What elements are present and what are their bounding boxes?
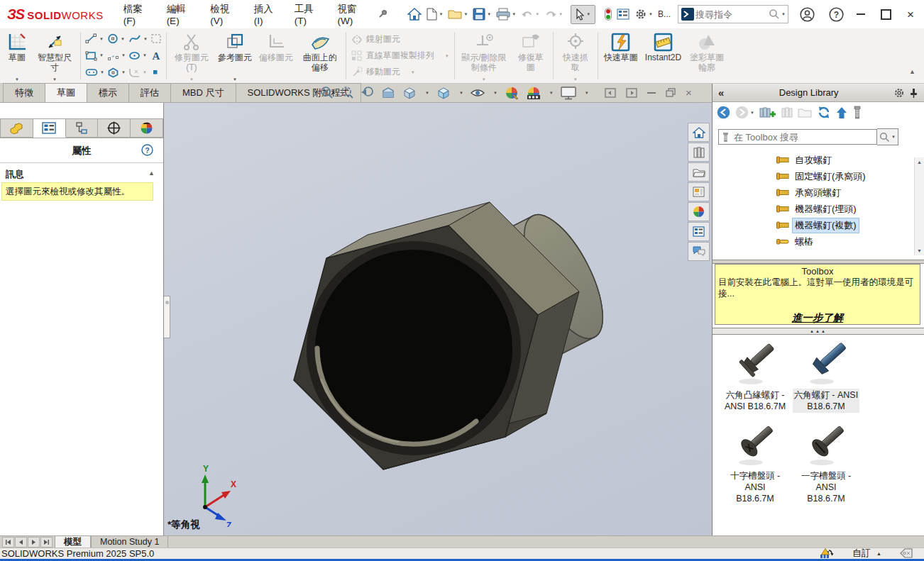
search-options-caret[interactable]: ▼ xyxy=(781,12,786,16)
scroll-up-icon[interactable]: ▲ xyxy=(915,157,924,167)
toolbox-search-input[interactable] xyxy=(732,131,876,143)
previous-view-icon[interactable] xyxy=(361,86,375,100)
more-commands-label[interactable]: B... xyxy=(656,7,672,21)
help-icon[interactable]: ? xyxy=(829,7,844,22)
toolbox-search-button[interactable]: ▼ xyxy=(877,128,898,145)
tree-item-socket-head[interactable]: 承窩頭螺釘 xyxy=(713,184,924,201)
move-entities-button[interactable]: 移動圖元 ▼ xyxy=(351,64,449,80)
tree-item-set-screws[interactable]: 固定螺釘(承窩頭) xyxy=(713,168,924,184)
zoom-fit-icon[interactable] xyxy=(319,86,334,100)
rapid-sketch-button[interactable]: 快速草圖 xyxy=(600,28,642,83)
view-settings-icon[interactable] xyxy=(560,86,577,100)
sketch-button[interactable]: 草圖 ▼ xyxy=(3,28,31,83)
options-list-icon[interactable] xyxy=(615,6,631,22)
first-tab-icon[interactable] xyxy=(2,537,14,548)
close-button[interactable]: × xyxy=(907,9,914,21)
task-home-button[interactable] xyxy=(688,123,710,142)
tab-mbd-dimensions[interactable]: MBD 尺寸 xyxy=(170,83,236,102)
doc-restore-icon[interactable] xyxy=(666,88,676,97)
tree-item-machine-countersunk[interactable]: 機器螺釘(埋頭) xyxy=(713,201,924,217)
model-tab[interactable]: 模型 xyxy=(55,536,91,548)
print-button[interactable]: ▼ xyxy=(495,6,517,23)
library-settings-gear-icon[interactable] xyxy=(893,87,905,99)
toolbar-collapse-chevron[interactable]: ▲ xyxy=(909,68,915,75)
add-to-library-icon-disabled[interactable] xyxy=(781,106,793,119)
ellipse-tool[interactable]: ▼ xyxy=(128,48,148,65)
arc-tool[interactable]: ▼ xyxy=(106,48,126,65)
forward-button[interactable]: ▼ xyxy=(735,106,754,119)
performance-monitor-icon[interactable] xyxy=(820,548,834,559)
part-hex-screw[interactable]: 六角螺釘 - ANSIB18.6.7M xyxy=(789,340,863,413)
appearances-scenes-button[interactable] xyxy=(688,202,710,221)
menu-tools[interactable]: 工具(T) xyxy=(295,3,322,26)
tree-scrollbar[interactable]: ▲ ▼ xyxy=(914,157,924,255)
slot-tool[interactable]: ▼ xyxy=(84,64,105,81)
home-button[interactable] xyxy=(406,6,423,23)
menu-insert[interactable]: 插入(I) xyxy=(254,3,279,26)
instant2d-button[interactable]: Instant2D xyxy=(642,28,685,83)
open-button[interactable]: ▼ xyxy=(446,6,469,22)
part-hex-flange-screw[interactable]: 六角凸緣螺釘 -ANSI B18.6.7M xyxy=(718,340,792,413)
settings-gear-icon[interactable]: ▼ xyxy=(633,6,654,23)
next-tab-icon[interactable] xyxy=(28,537,40,548)
collapse-panel-icon[interactable]: « xyxy=(718,87,724,99)
select-tool-button[interactable]: ▼ xyxy=(571,5,595,24)
search-icon[interactable] xyxy=(769,9,780,20)
custom-properties-button[interactable] xyxy=(688,222,710,241)
new-document-button[interactable]: ▼ xyxy=(425,6,444,23)
toolbox-search-box[interactable] xyxy=(718,129,877,145)
spline-tool[interactable]: ▼ xyxy=(128,30,148,48)
tab-sketch[interactable]: 草圖 xyxy=(45,83,87,102)
panel-help-icon[interactable]: ? xyxy=(141,144,153,156)
redo-button[interactable]: ▼ xyxy=(543,7,564,21)
offset-entities-button[interactable]: 偏移圖元 xyxy=(255,28,297,83)
view-orientation-icon[interactable] xyxy=(402,86,417,100)
selection-box-tool[interactable] xyxy=(150,30,163,48)
minimize-button[interactable] xyxy=(857,13,865,15)
rebuild-traffic-light-icon[interactable] xyxy=(603,6,613,23)
zoom-area-icon[interactable] xyxy=(340,86,354,100)
convert-entities-button[interactable]: 參考圖元 ▼ xyxy=(214,28,255,83)
tab-markup[interactable]: 標示 xyxy=(87,83,129,102)
pane-right-icon[interactable] xyxy=(626,88,637,98)
menu-pin-icon[interactable] xyxy=(378,9,387,19)
pane-left-icon[interactable] xyxy=(605,88,616,98)
rectangle-tool[interactable]: ▼ xyxy=(84,48,105,65)
hide-show-items-icon[interactable] xyxy=(470,87,485,99)
command-search[interactable]: ▼ xyxy=(678,5,788,23)
save-button[interactable]: ▼ xyxy=(471,6,493,23)
pane-splitter-handle[interactable]: ▲▲▲ xyxy=(713,328,924,335)
menu-view[interactable]: 檢視(V) xyxy=(210,3,238,26)
up-one-level-icon[interactable] xyxy=(836,106,847,119)
custom-status-toggle[interactable]: 自訂 ▲ xyxy=(852,547,881,560)
tree-item-self-tapping[interactable]: 自攻螺釘 xyxy=(713,152,924,168)
fillet-tool[interactable]: ▼ xyxy=(128,64,148,81)
graphics-viewport[interactable]: Y X Z *等角視 xyxy=(164,103,712,535)
doc-minimize-icon[interactable] xyxy=(647,92,656,94)
part-pan-head-slotted[interactable]: 一字槽盤頭 - ANSIB18.6.7M xyxy=(789,421,863,505)
part-pan-head-phillips[interactable]: 十字槽盤頭 - ANSIB18.6.7M xyxy=(718,421,792,505)
panel-splitter-handle[interactable] xyxy=(164,296,170,338)
edit-appearance-icon[interactable] xyxy=(504,86,519,100)
quick-snaps-button[interactable]: 快速抓取 ▼ xyxy=(556,28,595,83)
tree-item-studs[interactable]: 螺樁 xyxy=(713,233,924,250)
scroll-down-icon[interactable]: ▼ xyxy=(915,246,924,255)
pin-panel-icon[interactable] xyxy=(909,88,918,98)
smart-dimension-button[interactable]: 智慧型尺寸 ▼ xyxy=(31,28,78,83)
search-commands-input[interactable] xyxy=(694,9,769,21)
property-manager-tab[interactable] xyxy=(33,118,66,138)
menu-window[interactable]: 視窗(W) xyxy=(338,3,368,26)
line-tool[interactable]: ▼ xyxy=(84,30,105,48)
learn-more-link[interactable]: 進一步了解 xyxy=(718,311,917,325)
tab-features[interactable]: 特徵 xyxy=(3,83,45,102)
tree-item-machine-multiple[interactable]: 機器螺釘(複數) xyxy=(713,217,924,233)
account-icon[interactable] xyxy=(800,7,815,22)
circle-tool[interactable]: ▼ xyxy=(106,30,126,48)
add-file-location-icon[interactable] xyxy=(759,106,776,119)
tag-icon[interactable] xyxy=(900,548,913,558)
section-view-icon[interactable] xyxy=(381,86,395,100)
refresh-icon[interactable] xyxy=(817,106,831,119)
message-collapse-chevron[interactable]: ▲ xyxy=(148,170,155,177)
motion-study-tab[interactable]: Motion Study 1 xyxy=(91,536,168,548)
toolbox-bolt-icon[interactable] xyxy=(852,106,862,119)
